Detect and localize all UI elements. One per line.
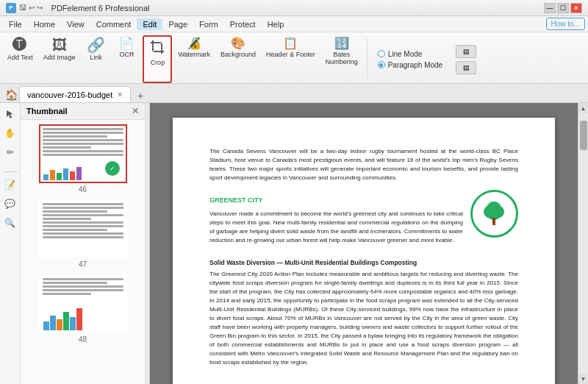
extra-controls: ▤ ▤: [450, 35, 482, 83]
thumbnail-title: Thumbnail: [26, 107, 68, 115]
crop-icon: [149, 39, 165, 57]
bates-numbering-button[interactable]: 🔢 BatesNumbering: [321, 35, 362, 83]
tab-close-button[interactable]: ✕: [117, 90, 123, 99]
background-button[interactable]: 🎨 Background: [216, 35, 260, 83]
thumbnail-header: Thumbnail ✕: [21, 103, 145, 120]
home-tab-icon[interactable]: 🏠: [3, 88, 19, 102]
menu-protect[interactable]: Protect: [224, 18, 262, 30]
menu-bar: File Home View Comment Edit Page Form Pr…: [0, 16, 588, 32]
scroll-down-button[interactable]: ▼: [578, 374, 589, 384]
thumb-content-47: [40, 201, 126, 257]
doc-para-1: The Canada Sevens Vancouver will be a tw…: [209, 147, 518, 182]
window-title: PDFelement 6 Professional: [51, 4, 150, 13]
quick-access: 🖫 ↩ ↪: [19, 4, 43, 12]
greenest-para: Vancouver made a commitment to become th…: [209, 210, 463, 245]
thumbnail-list: ✓ 46: [21, 120, 145, 384]
title-bar: P 🖫 ↩ ↪ PDFelement 6 Professional — ☐ ✕: [0, 0, 588, 16]
thumbnail-page-46[interactable]: ✓ 46: [25, 124, 140, 193]
left-toolbar: ✋ ✏ 📝 💬 🔍: [0, 103, 21, 384]
greenest-text: GREENEST CITY Vancouver made a commitmen…: [209, 190, 463, 252]
link-label: Link: [90, 54, 102, 61]
svg-rect-4: [153, 43, 162, 51]
menu-view[interactable]: View: [61, 18, 90, 30]
add-text-button[interactable]: 🅣 Add Text: [3, 35, 37, 83]
mode-options: Line Mode Paragraph Mode: [372, 35, 449, 83]
thumb-img-48: [39, 274, 127, 333]
document-tab[interactable]: vancouver-2016-budget ✕: [19, 86, 131, 102]
watermark-icon: 🔏: [187, 38, 201, 49]
app-icon: P: [6, 3, 16, 13]
greenest-heading: GREENEST CITY: [209, 196, 463, 206]
ocr-label: OCR: [119, 51, 134, 58]
tab-label: vancouver-2016-budget: [27, 90, 112, 99]
main-layout: ✋ ✏ 📝 💬 🔍 Thumbnail ✕: [0, 103, 588, 384]
maximize-button[interactable]: ☐: [557, 3, 569, 13]
menu-home[interactable]: Home: [28, 18, 61, 30]
thumbnail-close-button[interactable]: ✕: [132, 106, 139, 116]
solid-waste-heading: Solid Waste Diversion — Multi-Unit Resid…: [209, 258, 518, 268]
menu-file[interactable]: File: [3, 18, 28, 30]
thumb-img-46: ✓: [39, 124, 127, 183]
add-text-icon: 🅣: [12, 38, 27, 52]
tool-5[interactable]: 💬: [2, 196, 18, 212]
scroll-thumb[interactable]: [580, 121, 587, 150]
title-bar-left: P 🖫 ↩ ↪ PDFelement 6 Professional: [6, 3, 149, 13]
thumb-num-47: 47: [79, 260, 87, 269]
extra-btn-1[interactable]: ▤: [456, 45, 476, 58]
vertical-scrollbar: ▲ ▼: [578, 103, 588, 384]
watermark-button[interactable]: 🔏 Watermark: [173, 35, 215, 83]
line-mode-label: Line Mode: [388, 50, 423, 58]
menu-help[interactable]: Help: [262, 18, 290, 30]
ocr-icon: 📄: [119, 38, 134, 49]
close-button[interactable]: ✕: [570, 3, 582, 13]
line-mode-option[interactable]: Line Mode: [378, 50, 443, 58]
header-footer-button[interactable]: 📋 Header & Footer: [262, 35, 320, 83]
crop-label: Crop: [151, 59, 165, 66]
thumb-img-47: [39, 199, 127, 258]
bates-icon: 🔢: [334, 38, 349, 49]
hand-tool[interactable]: ✋: [2, 125, 18, 141]
paragraph-mode-option[interactable]: Paragraph Mode: [378, 61, 443, 69]
select-tool[interactable]: [2, 106, 18, 122]
menu-page[interactable]: Page: [162, 18, 193, 30]
link-button[interactable]: 🔗 Link: [81, 35, 110, 83]
crop-button[interactable]: Crop: [143, 35, 172, 83]
link-icon: 🔗: [87, 38, 105, 52]
add-tab-button[interactable]: +: [134, 89, 147, 102]
thumb-chart-46: [40, 163, 126, 182]
scroll-track[interactable]: [578, 113, 588, 374]
edit-tool[interactable]: ✏: [2, 144, 18, 160]
thumb-lines-47: [43, 203, 123, 238]
howto-button[interactable]: How to...: [546, 18, 585, 30]
header-footer-icon: 📋: [283, 38, 298, 49]
menu-edit[interactable]: Edit: [137, 18, 162, 30]
thumb-lines-46: [43, 128, 123, 156]
tool-6[interactable]: 🔍: [2, 215, 18, 231]
watermark-label: Watermark: [178, 51, 210, 58]
thumb-num-48: 48: [79, 335, 87, 344]
thumbnail-page-48[interactable]: 48: [25, 274, 140, 344]
solid-waste-para: The Greenest City 2020 Action Plan inclu…: [209, 270, 518, 367]
line-mode-radio[interactable]: [378, 50, 385, 57]
thumb-chart-48: [40, 306, 126, 332]
add-text-label: Add Text: [7, 54, 33, 61]
menu-comment[interactable]: Comment: [90, 18, 137, 30]
add-image-label: Add Image: [43, 54, 76, 61]
minimize-button[interactable]: —: [544, 3, 556, 13]
tool-4[interactable]: 📝: [2, 177, 18, 193]
svg-rect-10: [492, 218, 495, 225]
doc-content: The Canada Sevens Vancouver will be a tw…: [209, 147, 518, 367]
add-image-button[interactable]: 🖼 Add Image: [39, 35, 80, 83]
paragraph-mode-label: Paragraph Mode: [388, 61, 443, 69]
extra-btn-2[interactable]: ▤: [456, 61, 476, 74]
bates-label: BatesNumbering: [326, 51, 358, 65]
scroll-up-button[interactable]: ▲: [578, 103, 589, 113]
paragraph-mode-radio[interactable]: [378, 61, 385, 68]
background-icon: 🎨: [231, 38, 245, 49]
thumbnail-panel: Thumbnail ✕: [21, 103, 146, 384]
ocr-button[interactable]: 📄 OCR: [112, 35, 141, 83]
thumb-num-46: 46: [79, 185, 87, 193]
document-area: The Canada Sevens Vancouver will be a tw…: [150, 103, 578, 384]
menu-form[interactable]: Form: [193, 18, 224, 30]
thumbnail-page-47[interactable]: 47: [25, 199, 140, 269]
